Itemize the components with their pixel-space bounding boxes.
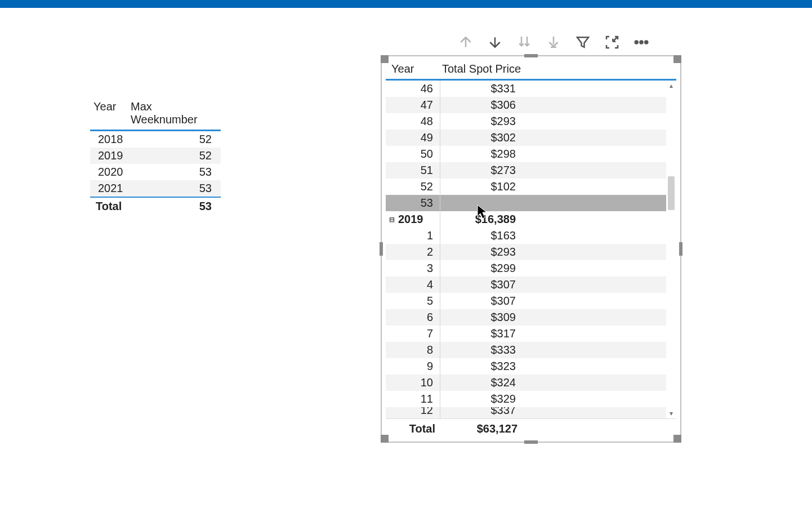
filter-icon[interactable] — [573, 33, 592, 52]
cell-year: 4 — [398, 278, 440, 291]
expand-collapse-icon[interactable]: ⊟ — [386, 216, 398, 224]
more-options-icon[interactable] — [632, 33, 651, 52]
matrix-row[interactable]: 1$163 — [386, 228, 666, 244]
next-level-icon[interactable] — [515, 33, 534, 52]
cell-total-spot: $293 — [440, 115, 520, 128]
matrix-row[interactable]: 12$337 — [386, 407, 666, 418]
resize-handle[interactable] — [524, 440, 538, 444]
cell-total-spot: $333 — [440, 344, 520, 357]
matrix-row[interactable]: 51$273 — [386, 162, 666, 179]
matrix-row[interactable]: 49$302 — [386, 130, 666, 146]
cell-total-spot: $293 — [440, 246, 520, 259]
matrix-group-row[interactable]: ⊟2019$16,389 — [386, 211, 666, 228]
table-row[interactable]: 201952 — [90, 148, 221, 164]
matrix-row[interactable]: 2$293 — [386, 244, 666, 260]
cell-year: 6 — [398, 311, 440, 324]
total-label: Total — [388, 422, 442, 435]
cell-year: 8 — [398, 344, 440, 357]
col-header-year[interactable]: Year — [388, 63, 442, 75]
cell-year: 2019 — [398, 213, 440, 226]
cell-year: 9 — [398, 360, 440, 373]
svg-point-0 — [635, 41, 638, 44]
scroll-up-icon[interactable]: ▴ — [666, 81, 676, 91]
cell-year: 51 — [398, 164, 440, 177]
matrix-body[interactable]: 46$33147$30648$29349$30250$29851$27352$1… — [386, 81, 666, 418]
table-max-weeknumber: Year Max Weeknumber 20185220195220205320… — [90, 99, 221, 215]
matrix-visual[interactable]: Year Total Spot Price 46$33147$30648$293… — [381, 55, 681, 443]
focus-mode-icon[interactable] — [603, 33, 622, 52]
cell-year: 2 — [398, 246, 440, 259]
cell-year: 11 — [398, 393, 440, 405]
scroll-down-icon[interactable]: ▾ — [666, 408, 676, 418]
total-label: Total — [93, 200, 144, 213]
cell-total-spot: $306 — [440, 99, 520, 112]
column-divider — [440, 195, 440, 211]
cell-year: 5 — [398, 295, 440, 308]
cell-year: 7 — [398, 327, 440, 340]
cell-year: 2019 — [93, 149, 131, 162]
matrix-row[interactable]: 9$323 — [386, 358, 666, 375]
cell-total-spot: $302 — [440, 131, 520, 144]
col-header-total-spot[interactable]: Total Spot Price — [442, 63, 522, 75]
cell-year: 2021 — [93, 182, 131, 195]
total-value: 53 — [144, 200, 217, 213]
cell-total-spot: $102 — [440, 180, 520, 193]
table-row[interactable]: 201852 — [90, 131, 221, 148]
matrix-row[interactable]: 46$331 — [386, 81, 666, 97]
scroll-thumb[interactable] — [668, 176, 675, 210]
cell-year: 2018 — [93, 133, 131, 146]
table-header-row: Year Max Weeknumber — [90, 99, 221, 130]
cell-year: 3 — [398, 262, 440, 275]
scrollbar-vertical[interactable]: ▴ ▾ — [666, 81, 676, 418]
table-row[interactable]: 202153 — [90, 180, 221, 197]
col-header-max-week[interactable]: Max Weeknumber — [131, 100, 217, 126]
cell-total-spot: $163 — [440, 229, 520, 242]
matrix-row[interactable]: 4$307 — [386, 277, 666, 293]
col-header-year[interactable]: Year — [93, 100, 131, 126]
cell-total-spot: $307 — [440, 295, 520, 308]
cell-year: 50 — [398, 148, 440, 161]
cell-year: 52 — [398, 180, 440, 193]
matrix-row[interactable]: 52$102 — [386, 179, 666, 195]
matrix-row[interactable]: 47$306 — [386, 97, 666, 113]
matrix-row[interactable]: 10$324 — [386, 375, 666, 391]
matrix-row[interactable]: 50$298 — [386, 146, 666, 162]
resize-handle[interactable] — [679, 242, 682, 256]
matrix-row[interactable]: 7$317 — [386, 326, 666, 342]
resize-handle[interactable] — [524, 54, 538, 57]
expand-level-icon[interactable] — [544, 33, 563, 52]
cell-total-spot: $307 — [440, 278, 520, 291]
cell-year: 10 — [398, 376, 440, 389]
cell-total-spot: $16,389 — [440, 213, 520, 226]
visual-toolbar — [456, 33, 651, 52]
matrix-row[interactable]: 5$307 — [386, 293, 666, 309]
matrix-total-row: Total $63,127 — [386, 418, 676, 438]
matrix-row[interactable]: 53 — [386, 195, 666, 211]
app-title-bar — [0, 0, 812, 8]
cell-total-spot: $323 — [440, 360, 520, 373]
matrix-row[interactable]: 8$333 — [386, 342, 666, 358]
cell-year: 47 — [398, 99, 440, 112]
cell-total-spot: $317 — [440, 327, 520, 340]
cell-max-week: 53 — [131, 182, 217, 195]
cell-year: 12 — [398, 407, 440, 417]
cell-max-week: 53 — [131, 166, 217, 179]
cell-total-spot: $337 — [440, 407, 520, 417]
drill-up-icon[interactable] — [456, 33, 475, 52]
cell-total-spot: $329 — [440, 393, 520, 405]
matrix-row[interactable]: 6$309 — [386, 309, 666, 326]
cell-total-spot: $273 — [440, 164, 520, 177]
drill-down-icon[interactable] — [485, 33, 505, 52]
cell-year: 53 — [398, 197, 440, 210]
resize-handle[interactable] — [380, 242, 383, 256]
matrix-row[interactable]: 11$329 — [386, 391, 666, 407]
cell-year: 2020 — [93, 166, 131, 179]
matrix-row[interactable]: 48$293 — [386, 113, 666, 130]
cell-year: 1 — [398, 229, 440, 242]
matrix-row[interactable]: 3$299 — [386, 260, 666, 277]
table-row[interactable]: 202053 — [90, 164, 221, 180]
table-total-row: Total 53 — [90, 197, 221, 215]
cell-total-spot: $299 — [440, 262, 520, 275]
cell-year: 46 — [398, 82, 440, 95]
cell-total-spot: $324 — [440, 376, 520, 389]
